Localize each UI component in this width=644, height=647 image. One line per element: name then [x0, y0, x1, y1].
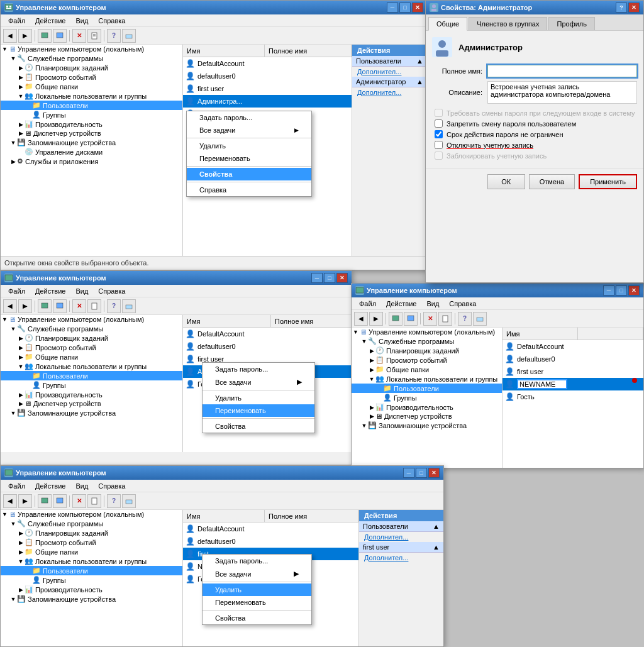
col-fullname-header[interactable]: Полное имя [265, 45, 352, 57]
cm-ren-bot[interactable]: Переименовать [203, 596, 311, 609]
extra-mr[interactable] [473, 312, 487, 326]
back-mr[interactable]: ◀ [354, 312, 368, 326]
tree-pol-mr[interactable]: 📁 Пользователи [352, 384, 502, 393]
tree-dev-mr[interactable]: ▶ 🖥 Диспетчер устройств [352, 412, 502, 421]
tab-profile[interactable]: Профиль [548, 17, 595, 30]
delete-btn[interactable]: ✕ [72, 29, 86, 43]
maximize-mid[interactable]: □ [324, 273, 335, 283]
del-bot[interactable]: ✕ [72, 494, 86, 508]
tree-root[interactable]: ▼ 🖥 Управление компьютером (локальным) [1, 45, 182, 53]
cm-help[interactable]: Справка [187, 184, 311, 196]
ma-mid[interactable]: Действие [30, 286, 70, 296]
action-grp-first-bot[interactable]: first user ▲ [359, 542, 443, 553]
title-bar-mid[interactable]: Управление компьютером ─ □ ✕ [1, 271, 352, 285]
user-firstuser[interactable]: 👤 first user [183, 82, 352, 95]
tree-svc-mid[interactable]: ▼ 🔧 Служебные программы [1, 324, 182, 333]
tab-general[interactable]: Общие [428, 17, 467, 31]
t2-mr[interactable] [404, 312, 418, 326]
tree-groups[interactable]: 👤 Группы [1, 110, 182, 119]
cm-delete[interactable]: Удалить [187, 140, 311, 152]
help-bot[interactable]: ? [107, 494, 121, 508]
tree-dev-mid[interactable]: ▶ 🖥 Диспетчер устройств [1, 399, 182, 408]
tab-membership[interactable]: Членство в группах [469, 17, 547, 30]
tree-devmgr[interactable]: ▶ 🖥 Диспетчер устройств [1, 129, 182, 138]
prop-mid[interactable] [87, 299, 101, 313]
extra-btn[interactable] [122, 29, 136, 43]
prop-bot[interactable] [87, 494, 101, 508]
prop-mr[interactable] [438, 312, 452, 326]
cm-rename[interactable]: Переименовать [187, 152, 311, 165]
fwd-bot[interactable]: ▶ [18, 494, 32, 508]
tree-services[interactable]: ▶ ⚙ Службы и приложения [1, 157, 182, 166]
tree-users-selected[interactable]: 📁 Пользователи [1, 101, 182, 110]
mh-bot[interactable]: Справка [93, 481, 130, 491]
back-mid[interactable]: ◀ [3, 299, 17, 313]
close-mr[interactable]: ✕ [628, 285, 640, 296]
btn-apply[interactable]: Применить [579, 174, 637, 189]
action-grp-users-bot[interactable]: Пользователи ▲ [359, 521, 443, 532]
user-da-bot[interactable]: 👤 DefaultAccount [183, 523, 358, 535]
dialog-close-btn[interactable]: ✕ [628, 3, 640, 13]
cm-alltasks-bot[interactable]: Все задачи ▶ [203, 567, 311, 580]
user-admin[interactable]: 👤 Администра... [183, 95, 352, 108]
user-nn-mr[interactable]: 👤 [502, 378, 643, 390]
close-mid[interactable]: ✕ [336, 273, 348, 283]
tree-pol-bot[interactable]: 📁 Пользователи [1, 566, 182, 575]
action-more-users[interactable]: Дополнител... [352, 67, 427, 77]
del-mid[interactable]: ✕ [72, 299, 86, 313]
tree-ev-mid[interactable]: ▶ 📋 Просмотр событий [1, 343, 182, 352]
help-mid[interactable]: ? [107, 299, 121, 313]
del-mr[interactable]: ✕ [423, 312, 437, 326]
btn-cancel[interactable]: Отмена [529, 174, 575, 189]
close-btn[interactable]: ✕ [412, 3, 423, 13]
tree-sched-bot[interactable]: ▶ 🕐 Планировщик заданий [1, 528, 182, 538]
min-mr[interactable]: ─ [603, 285, 614, 296]
fullname-input[interactable] [487, 65, 637, 77]
max-bot[interactable]: □ [416, 468, 427, 478]
cm-setpwd-bot[interactable]: Задать пароль... [203, 555, 311, 567]
col-f-bot[interactable]: Полное имя [265, 510, 358, 522]
cb-disable-input[interactable] [435, 141, 443, 149]
t1-bot[interactable] [38, 494, 52, 508]
ma-bot[interactable]: Действие [30, 481, 70, 491]
user-defaultaccount[interactable]: 👤 DefaultAccount [183, 57, 352, 70]
tree-service[interactable]: ▼ 🔧 Служебные программы [1, 53, 182, 63]
cb-locked-input[interactable] [435, 152, 443, 160]
dialog-help-btn[interactable]: ? [616, 3, 627, 13]
tree-perf-mid[interactable]: ▶ 📊 Производительность [1, 390, 182, 399]
user-fu-mr[interactable]: 👤 first user [502, 365, 643, 378]
back-bot[interactable]: ◀ [3, 494, 17, 508]
back-btn[interactable]: ◀ [3, 29, 17, 43]
cm-properties[interactable]: Свойства [187, 168, 311, 180]
user-da-mid[interactable]: 👤 DefaultAccount [183, 328, 352, 340]
tree-pol-mid[interactable]: 📁 Пользователи [1, 371, 182, 380]
menu-view[interactable]: Вид [70, 16, 93, 26]
extra-bot[interactable] [122, 494, 136, 508]
maximize-btn[interactable]: □ [399, 3, 411, 13]
mv-mid[interactable]: Вид [70, 286, 93, 296]
cm-alltasks-mid[interactable]: Все задачи ▶ [203, 375, 314, 389]
tree-ev-bot[interactable]: ▶ 📋 Просмотр событий [1, 538, 182, 547]
user-du-mid[interactable]: 👤 defaultuser0 [183, 340, 352, 353]
col-name-mid[interactable]: Имя [183, 315, 271, 327]
tree-root-mr[interactable]: ▼ 🖥 Управление компьютером (локальным) [352, 328, 502, 336]
col-n-bot[interactable]: Имя [183, 510, 265, 522]
tree-shared[interactable]: ▶ 📁 Общие папки [1, 82, 182, 91]
col-full-mid[interactable]: Полное имя [271, 315, 352, 327]
help-btn[interactable]: ? [107, 29, 121, 43]
properties-btn[interactable] [87, 29, 101, 43]
tree-root-bot[interactable]: ▼ 🖥 Управление компьютером (локальным) [1, 510, 182, 519]
tree-lu-bot[interactable]: ▼ 👥 Локальные пользователи и группы [1, 556, 182, 566]
cm-del-bot[interactable]: Удалить [203, 583, 311, 596]
tree-ev-mr[interactable]: ▶ 📋 Просмотр событий [352, 355, 502, 365]
cb-no-expire-input[interactable] [435, 130, 443, 138]
tree-diskmgr[interactable]: 💿 Управление дисками [1, 147, 182, 157]
user-du-mr[interactable]: 👤 defaultuser0 [502, 353, 643, 365]
max-mr[interactable]: □ [616, 285, 627, 296]
refresh-btn[interactable] [53, 29, 67, 43]
mf-bot[interactable]: Файл [3, 481, 30, 491]
mv-bot[interactable]: Вид [70, 481, 93, 491]
cm-del-mid[interactable]: Удалить [203, 392, 314, 404]
tree-events[interactable]: ▶ 📋 Просмотр событий [1, 72, 182, 82]
tool1-mid[interactable] [38, 299, 52, 313]
